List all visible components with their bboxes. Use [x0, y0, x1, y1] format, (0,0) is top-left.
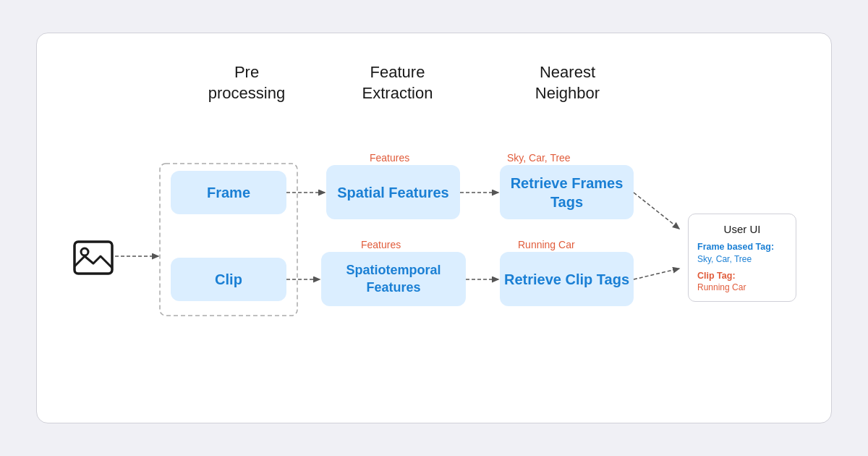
- header-preprocessing: Preprocessing: [189, 62, 305, 104]
- user-ui-frame-label: Frame based Tag:: [697, 241, 787, 254]
- box-spatiotemporal-features: Spatiotemporal Features: [321, 252, 466, 306]
- label-sky-car-tree: Sky, Car, Tree: [507, 152, 571, 164]
- flow-area: Features Features Sky, Car, Tree Running…: [37, 149, 831, 366]
- box-spatial-features: Spatial Features: [326, 165, 460, 219]
- svg-line-9: [634, 269, 679, 279]
- svg-point-1: [81, 248, 88, 256]
- header-feature-extraction: FeatureExtraction: [331, 62, 464, 104]
- box-frame: Frame: [171, 171, 286, 214]
- svg-rect-0: [75, 242, 112, 274]
- label-features-spatial: Features: [370, 152, 409, 164]
- user-ui-frame-value: Sky, Car, Tree: [697, 254, 787, 264]
- label-features-spatio: Features: [361, 239, 401, 250]
- box-retrieve-frames-tags: Retrieve Frames Tags: [500, 165, 634, 219]
- image-icon: [72, 236, 115, 279]
- header-nearest-neighbor: NearestNeighbor: [501, 62, 634, 104]
- diagram-container: Preprocessing FeatureExtraction NearestN…: [36, 33, 832, 423]
- svg-line-8: [634, 193, 679, 229]
- box-retrieve-clip-tags: Retrieve Clip Tags: [500, 252, 634, 306]
- label-running-car: Running Car: [518, 239, 575, 250]
- user-ui-clip-label: Clip Tag:: [697, 270, 787, 283]
- user-ui-title: User UI: [697, 223, 787, 235]
- user-ui-box: User UI Frame based Tag: Sky, Car, Tree …: [688, 214, 796, 302]
- user-ui-clip-value: Running Car: [697, 282, 787, 292]
- box-clip: Clip: [171, 258, 286, 301]
